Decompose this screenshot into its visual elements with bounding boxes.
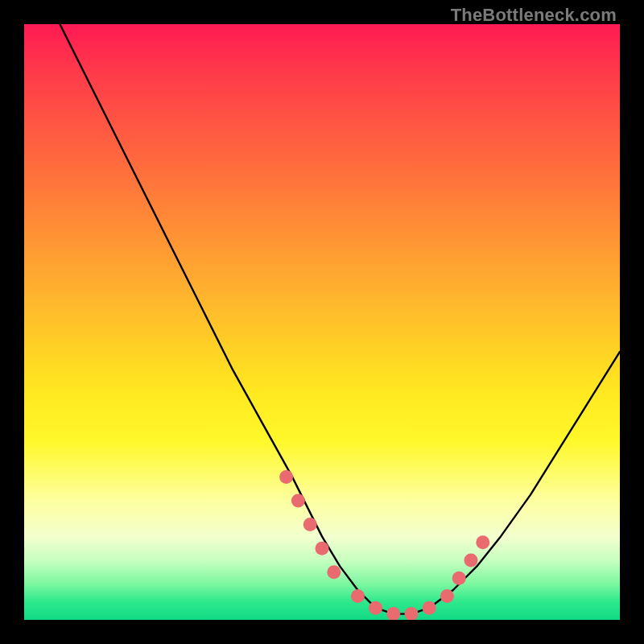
highlighted-points-group	[279, 470, 489, 620]
highlighted-point	[476, 535, 489, 549]
highlighted-point	[303, 518, 317, 531]
highlighted-point	[291, 494, 305, 508]
highlighted-point	[405, 607, 419, 620]
bottleneck-curve-path	[60, 24, 620, 614]
highlighted-point	[464, 554, 478, 568]
watermark-text: TheBottleneck.com	[451, 5, 617, 26]
highlighted-point	[386, 607, 400, 620]
highlighted-point	[440, 589, 454, 603]
highlighted-point	[327, 565, 341, 579]
highlighted-point	[316, 542, 329, 555]
highlighted-point	[279, 470, 293, 484]
highlighted-point	[452, 572, 466, 585]
chart-frame: TheBottleneck.com	[0, 0, 644, 644]
highlighted-point	[423, 601, 436, 615]
highlighted-point	[369, 601, 382, 615]
plot-area	[24, 24, 620, 620]
bottleneck-curve-svg	[24, 24, 620, 620]
highlighted-point	[351, 589, 365, 603]
